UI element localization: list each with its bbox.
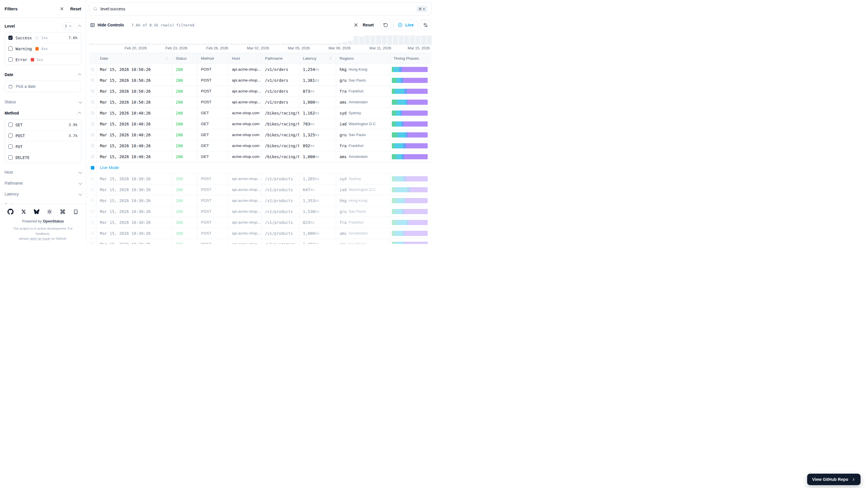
latency-cell[interactable]: 1,000ms bbox=[299, 151, 336, 162]
timeline-bar[interactable] bbox=[303, 43, 308, 45]
live-mode-label[interactable]: Live Mode bbox=[100, 165, 119, 170]
timing-phases-cell[interactable] bbox=[390, 129, 432, 140]
row-checkbox-cell[interactable] bbox=[89, 206, 96, 217]
method-cell[interactable]: GET bbox=[197, 141, 228, 151]
timing-phases-cell[interactable] bbox=[390, 151, 432, 162]
timeline-bar[interactable] bbox=[286, 43, 291, 45]
date-cell[interactable]: Mar 15, 2026 10:50:26 bbox=[96, 97, 172, 108]
row-checkbox-cell[interactable] bbox=[89, 86, 96, 96]
date-cell[interactable]: Mar 15, 2026 10:30:26 bbox=[96, 217, 172, 227]
search-input[interactable]: level:success ⌘ K bbox=[89, 2, 432, 16]
regions-cell[interactable]: fraFrankfurt bbox=[336, 141, 390, 151]
timeline-bar[interactable] bbox=[415, 36, 421, 45]
table-row[interactable]: Mar 15, 2026 10:30:26 200 POST api.acme-… bbox=[89, 173, 432, 184]
host-cell[interactable]: acme-shop.com bbox=[228, 129, 261, 140]
row-checkbox-cell[interactable] bbox=[89, 141, 96, 151]
regions-cell[interactable]: amsAmsterdam bbox=[336, 228, 390, 239]
view-settings-button[interactable] bbox=[420, 20, 431, 30]
timing-phases-cell[interactable] bbox=[390, 97, 432, 108]
timeline-bar[interactable] bbox=[421, 35, 426, 45]
timeline-bar[interactable] bbox=[280, 43, 286, 45]
regions-cell[interactable]: gruSao Paulo bbox=[336, 129, 390, 140]
github-icon[interactable] bbox=[7, 209, 13, 215]
row-checkbox-cell[interactable] bbox=[89, 184, 96, 195]
method-option-put[interactable]: PUT bbox=[5, 141, 81, 152]
table-row[interactable]: Mar 15, 2026 10:30:26 200 POST api.acme-… bbox=[89, 195, 432, 206]
pathname-cell[interactable]: /bikes/racing/tr… bbox=[261, 151, 299, 162]
table-row[interactable]: Mar 15, 2026 10:50:26 200 POST api.acme-… bbox=[89, 64, 432, 75]
regions-cell[interactable]: gruSao Paulo bbox=[336, 239, 390, 244]
timeline-bar[interactable] bbox=[399, 36, 404, 45]
timeline-bar[interactable] bbox=[387, 35, 392, 45]
host-cell[interactable]: api.acme-shop.… bbox=[228, 75, 261, 86]
method-cell[interactable]: POST bbox=[197, 86, 228, 96]
timeline-bar[interactable] bbox=[258, 43, 263, 45]
latency-cell[interactable]: 783ms bbox=[299, 119, 336, 129]
timeline-bar[interactable] bbox=[185, 43, 190, 45]
pathname-cell[interactable]: /bikes/racing/tr… bbox=[261, 129, 299, 140]
timing-phases-cell[interactable] bbox=[390, 239, 432, 244]
row-checkbox[interactable] bbox=[91, 122, 94, 126]
timeline-bar[interactable] bbox=[106, 43, 111, 45]
docs-book-icon[interactable] bbox=[73, 209, 79, 214]
status-cell[interactable]: 200 bbox=[172, 141, 197, 151]
timeline-bar[interactable] bbox=[196, 43, 201, 45]
timeline-bar[interactable] bbox=[145, 43, 150, 45]
timing-phases-cell[interactable] bbox=[390, 75, 432, 86]
date-cell[interactable]: Mar 15, 2026 10:40:26 bbox=[96, 141, 172, 151]
latency-cell[interactable]: 1,162ms bbox=[299, 108, 336, 118]
timeline-bar[interactable] bbox=[218, 43, 224, 45]
checkbox[interactable] bbox=[8, 47, 12, 51]
host-cell[interactable]: api.acme-shop.… bbox=[228, 173, 261, 184]
section-status-header[interactable]: Status bbox=[5, 98, 81, 105]
pathname-cell[interactable]: /v1/products bbox=[261, 206, 299, 217]
method-option-get[interactable]: GET3.9k bbox=[5, 119, 81, 130]
row-checkbox[interactable] bbox=[91, 242, 94, 244]
command-menu-icon[interactable] bbox=[60, 209, 65, 214]
timeline-bar[interactable] bbox=[117, 43, 122, 45]
timing-phases-cell[interactable] bbox=[390, 86, 432, 96]
regions-cell[interactable]: amsAmsterdam bbox=[336, 97, 390, 108]
timing-phases-cell[interactable] bbox=[390, 173, 432, 184]
badge-clear-icon[interactable] bbox=[69, 25, 72, 28]
row-checkbox-cell[interactable] bbox=[89, 228, 96, 239]
date-cell[interactable]: Mar 15, 2026 10:20:26 bbox=[96, 239, 172, 244]
host-cell[interactable]: api.acme-shop.… bbox=[228, 97, 261, 108]
host-cell[interactable]: acme-shop.com bbox=[228, 141, 261, 151]
host-cell[interactable]: acme-shop.com bbox=[228, 108, 261, 118]
timing-phases-cell[interactable] bbox=[390, 206, 432, 217]
method-cell[interactable]: POST bbox=[197, 173, 228, 184]
latency-cell[interactable]: 823ms bbox=[299, 217, 336, 227]
timeline-bar[interactable] bbox=[314, 43, 319, 45]
host-cell[interactable]: api.acme-shop.… bbox=[228, 228, 261, 239]
host-cell[interactable]: api.acme-shop.… bbox=[228, 86, 261, 96]
row-checkbox[interactable] bbox=[91, 188, 94, 191]
timeline-bar[interactable] bbox=[224, 43, 229, 45]
date-cell[interactable]: Mar 15, 2026 10:50:26 bbox=[96, 75, 172, 86]
timeline-bar[interactable] bbox=[331, 43, 336, 45]
row-checkbox-cell[interactable] bbox=[89, 64, 96, 74]
table-row[interactable]: Mar 15, 2026 10:40:26 200 GET acme-shop.… bbox=[89, 108, 432, 119]
hide-controls-button[interactable]: Hide Controls bbox=[90, 23, 124, 28]
timeline-bar[interactable] bbox=[342, 42, 347, 45]
timing-phases-cell[interactable] bbox=[390, 195, 432, 206]
timeline-bar[interactable] bbox=[353, 36, 359, 45]
status-cell[interactable]: 200 bbox=[172, 119, 197, 129]
timeline-bar[interactable] bbox=[275, 43, 280, 45]
timing-phases-cell[interactable] bbox=[390, 108, 432, 118]
section-pathname-header[interactable]: Pathname bbox=[5, 180, 81, 187]
host-cell[interactable]: api.acme-shop.… bbox=[228, 64, 261, 74]
date-cell[interactable]: Mar 15, 2026 10:30:26 bbox=[96, 184, 172, 195]
table-row[interactable]: Mar 15, 2026 10:50:26 200 POST api.acme-… bbox=[89, 97, 432, 108]
latency-cell[interactable]: 1,000ms bbox=[299, 228, 336, 239]
live-button[interactable]: Live bbox=[393, 20, 418, 30]
host-cell[interactable]: api.acme-shop.… bbox=[228, 217, 261, 227]
timeline-bar[interactable] bbox=[128, 43, 133, 45]
latency-cell[interactable]: 1,483ms bbox=[299, 239, 336, 244]
timing-phases-cell[interactable] bbox=[390, 141, 432, 151]
timeline-bar[interactable] bbox=[427, 36, 432, 45]
status-cell[interactable]: 200 bbox=[172, 206, 197, 217]
latency-cell[interactable]: 1,530ms bbox=[299, 206, 336, 217]
timeline-bar[interactable] bbox=[410, 35, 415, 45]
host-cell[interactable]: api.acme-shop.… bbox=[228, 239, 261, 244]
